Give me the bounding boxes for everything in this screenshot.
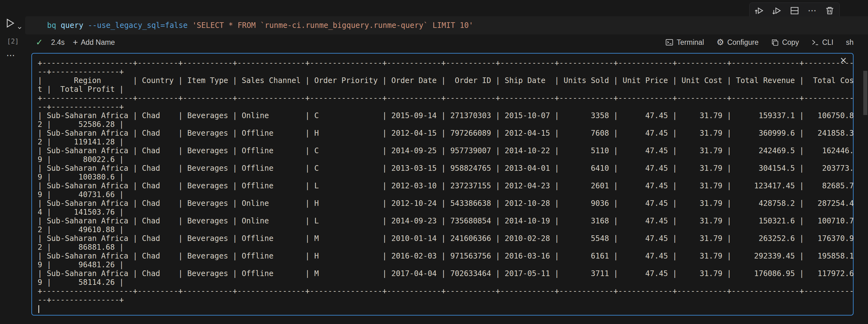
split-cell-icon[interactable] [788,5,801,16]
cli-label: CLI [822,38,834,47]
run-above-icon[interactable] [753,5,765,16]
shell-type-label: sh [846,38,854,47]
copy-label: Copy [782,38,799,47]
terminal-cursor [38,305,39,313]
close-icon[interactable]: × [840,55,847,66]
play-icon [4,17,16,29]
chevron-down-icon [17,25,22,30]
terminal-icon [665,38,674,46]
terminal-output-panel[interactable]: +--------------------+---------+--------… [31,53,854,316]
copy-button[interactable]: Copy [771,38,799,47]
run-cell-button[interactable] [4,16,23,30]
terminal-label: Terminal [677,38,704,47]
gear-icon: ⚙ [716,38,724,47]
copy-icon [771,39,779,46]
add-name-button[interactable]: + Add Name [73,38,115,47]
cell-status-bar: ✓ 2.4s + Add Name Terminal ⚙ Configure C… [25,36,854,49]
terminal-output-text: +--------------------+---------+--------… [38,59,854,304]
terminal-button[interactable]: Terminal [665,38,704,47]
status-left: ✓ 2.4s + Add Name [25,37,115,47]
add-name-label: Add Name [81,38,115,47]
configure-label: Configure [727,38,758,47]
plus-icon: + [73,38,78,47]
code-line[interactable]: bq query --use_legacy_sql=false 'SELECT … [25,16,868,34]
configure-button[interactable]: ⚙ Configure [716,38,758,47]
more-actions-icon[interactable]: ⋯ [806,5,818,16]
trash-icon[interactable] [824,5,836,16]
cli-icon [811,39,819,46]
code-editor[interactable]: bq query --use_legacy_sql=false 'SELECT … [25,16,868,34]
cli-button[interactable]: CLI [811,38,834,47]
scrollbar-thumb[interactable] [863,71,867,115]
success-check-icon: ✓ [36,37,43,47]
execution-count: [2] [7,38,19,45]
execution-duration: 2.4s [51,38,65,47]
status-actions: Terminal ⚙ Configure Copy CLI sh [665,38,854,47]
run-below-icon[interactable] [771,5,783,16]
output-more-actions-icon[interactable]: ⋯ [6,50,16,61]
